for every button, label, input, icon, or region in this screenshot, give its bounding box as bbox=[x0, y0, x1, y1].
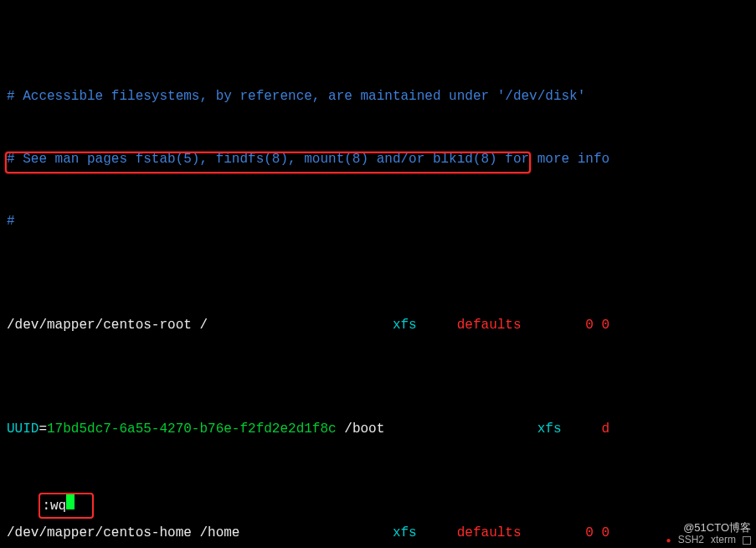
vim-command-line[interactable]: :wq bbox=[7, 473, 94, 540]
status-dot-icon: ● bbox=[666, 534, 671, 547]
fs-opts: defaults bbox=[457, 525, 522, 540]
cursor-icon bbox=[66, 494, 75, 509]
equals: = bbox=[39, 421, 47, 437]
mountpoint: /home bbox=[199, 525, 239, 540]
fstab-row: /dev/mapper/centos-root / xfs defaults 0… bbox=[7, 315, 749, 336]
mountpoint: /boot bbox=[344, 421, 384, 437]
fs-opts: d bbox=[602, 421, 610, 437]
highlight-box-cmd: :wq bbox=[39, 493, 94, 519]
dump: 0 bbox=[585, 525, 594, 540]
dump: 0 bbox=[585, 318, 594, 333]
fstab-row: /dev/mapper/centos-home /home xfs defaul… bbox=[7, 523, 749, 544]
terminal-window[interactable]: # Accessible filesystems, by reference, … bbox=[0, 0, 756, 548]
fs-type: xfs bbox=[537, 421, 562, 437]
fs-opts: defaults bbox=[457, 318, 522, 333]
window-icon bbox=[743, 536, 751, 545]
fs-type: xfs bbox=[393, 525, 417, 540]
term-label: xterm bbox=[711, 532, 736, 548]
vim-command-text: :wq bbox=[42, 496, 66, 517]
ssh-label: SSH2 bbox=[678, 532, 704, 548]
mountpoint: / bbox=[199, 318, 208, 333]
fs-type: xfs bbox=[393, 318, 417, 333]
comment-line: # bbox=[7, 211, 749, 232]
comment-line: # Accessible filesystems, by reference, … bbox=[7, 86, 749, 107]
pass: 0 bbox=[602, 318, 610, 333]
uuid-value: 17bd5dc7-6a55-4270-b76e-f2fd2e2d1f8c bbox=[47, 421, 337, 437]
device: /dev/mapper/centos-root bbox=[7, 318, 192, 333]
fstab-row: UUID=17bd5dc7-6a55-4270-b76e-f2fd2e2d1f8… bbox=[7, 419, 749, 440]
terminal-statusbar: ● SSH2 xterm bbox=[666, 532, 751, 548]
comment-line: # See man pages fstab(5), findfs(8), mou… bbox=[7, 149, 749, 170]
pass: 0 bbox=[602, 525, 610, 540]
uuid-label: UUID bbox=[7, 421, 39, 437]
